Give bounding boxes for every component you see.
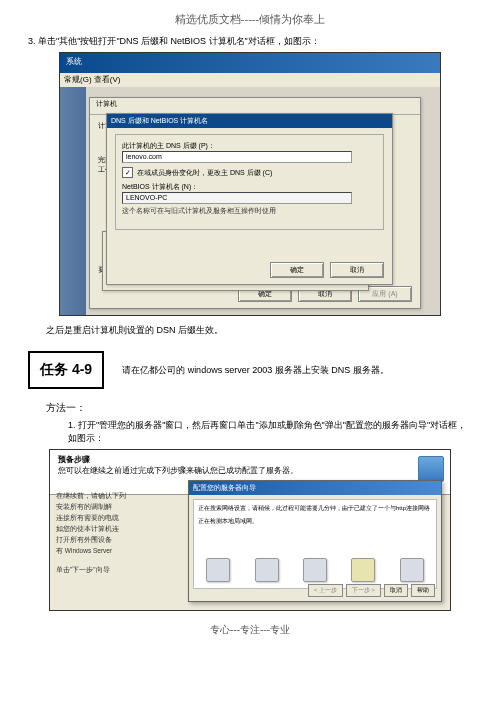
primary-dns-label: 此计算机的主 DNS 后缀 (P)： <box>122 141 377 151</box>
page-header: 精选优质文档-----倾情为你奉上 <box>28 12 472 27</box>
menu-bar: 常规(G) 查看(V) <box>60 73 440 87</box>
change-on-domain-checkbox[interactable]: ✓ <box>122 167 133 178</box>
help-button[interactable]: 帮助 <box>411 584 435 597</box>
checklist-item: 安装所有的调制解 <box>56 503 186 512</box>
netbios-note: 这个名称可在与旧式计算机及服务相互操作时使用 <box>122 207 377 216</box>
server-graphic-icon <box>255 558 279 582</box>
method-one-step1: 1. 打开"管理您的服务器"窗口，然后再窗口单击"添加或删除角色"弹出"配置您的… <box>68 419 472 445</box>
checklist-item: 连接所有需要的电缆 <box>56 514 186 523</box>
left-sidebar <box>60 87 86 315</box>
server-graphic-icon <box>400 558 424 582</box>
back-button: < 上一步 <box>308 584 343 597</box>
cancel-button[interactable]: 取消 <box>330 262 384 278</box>
primary-dns-input[interactable]: lenovo.com <box>122 151 352 163</box>
task-description: 请在亿都公司的 windows server 2003 服务器上安装 DNS 服… <box>122 364 472 377</box>
cancel-button[interactable]: 取消 <box>384 584 408 597</box>
dns-netbios-dialog: DNS 后缀和 NetBIOS 计算机名 此计算机的主 DNS 后缀 (P)： … <box>106 113 393 285</box>
netbios-label: NetBIOS 计算机名 (N)： <box>122 182 377 192</box>
screenshot-dns-dialog: 系统 常规(G) 查看(V) 计算机 计算 完整 工作 要重 确定 取消 应用 … <box>59 52 441 316</box>
method-one-title: 方法一： <box>46 401 472 415</box>
server-graphic-icon-highlight <box>351 558 375 582</box>
task-badge: 任务 4-9 <box>28 351 104 389</box>
wizard-status-text2: 正在检测本地局域网。 <box>198 517 432 526</box>
checklist-item: 在继续前，请确认下列 <box>56 492 186 501</box>
checklist-item: 打开所有外围设备 <box>56 536 186 545</box>
server-icon <box>418 456 444 482</box>
banner-subtitle: 您可以在继续之前通过完成下列步骤来确认您已成功配置了服务器。 <box>58 465 442 476</box>
prep-checklist: 在继续前，请确认下列 安装所有的调制解 连接所有需要的电缆 如您的使本计算机连 … <box>56 490 186 577</box>
step-3-text: 3. 单击"其他"按钮打开"DNS 后缀和 NetBIOS 计算机名"对话框，如… <box>28 35 472 48</box>
checklist-item: 单击"下一步"向导 <box>56 566 186 575</box>
dialog-title: DNS 后缀和 NetBIOS 计算机名 <box>107 114 392 128</box>
checklist-item: 有 Windows Server <box>56 547 186 556</box>
wizard-status-text: 正在搜索网络设置，请稍候，此过程可能需要几分钟，由于已建立了一个与http连接网… <box>198 504 432 513</box>
checklist-item: 如您的使本计算机连 <box>56 525 186 534</box>
ok-button[interactable]: 确定 <box>270 262 324 278</box>
wizard-title: 配置您的服务器向导 <box>189 481 441 495</box>
screenshot-server-wizard: 预备步骤 您可以在继续之前通过完成下列步骤来确认您已成功配置了服务器。 在继续前… <box>49 449 451 611</box>
configure-server-wizard-dialog: 配置您的服务器向导 正在搜索网络设置，请稍候，此过程可能需要几分钟，由于已建立了… <box>188 480 442 602</box>
server-graphic-icon <box>206 558 230 582</box>
window-title-bar: 系统 <box>60 53 440 73</box>
next-button: 下一步 > <box>346 584 381 597</box>
checkbox-label: 在域成员身份变化时，更改主 DNS 后缀 (C) <box>137 168 272 178</box>
server-graphic-icon <box>303 558 327 582</box>
banner-title: 预备步骤 <box>58 454 442 465</box>
netbios-input: LENOVO-PC <box>122 192 352 204</box>
note-restart: 之后是重启计算机則设置的 DSN 后缀生效。 <box>46 324 472 337</box>
page-footer: 专心---专注---专业 <box>28 623 472 637</box>
